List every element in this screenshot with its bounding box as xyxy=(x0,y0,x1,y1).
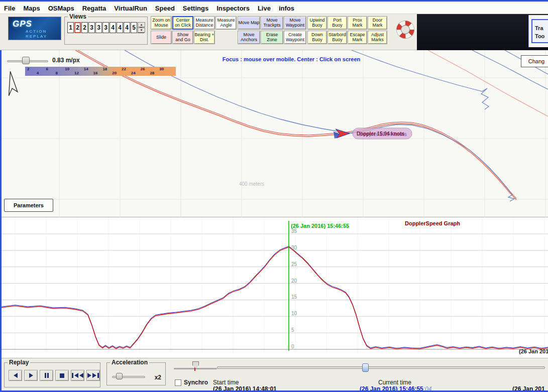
tool-erase-zone[interactable]: Erase Zone xyxy=(261,31,283,44)
acceleration-slider-thumb[interactable] xyxy=(116,373,123,379)
scale-value: 24 xyxy=(131,71,136,75)
tool-door-mark[interactable]: Door Mark xyxy=(368,16,387,30)
pause-button[interactable] xyxy=(40,370,53,381)
track-tools-button[interactable]: TraToo xyxy=(531,19,548,43)
logo-action-text: ACTION xyxy=(26,29,61,34)
tool-center-on-click[interactable]: Center on Click xyxy=(172,16,193,30)
start-time-label: Start time xyxy=(213,379,239,386)
tool-adjust-marks[interactable]: Adjust Marks xyxy=(368,31,387,44)
view-button-5[interactable]: 3 xyxy=(95,22,102,33)
jump-start-button[interactable] xyxy=(71,370,84,381)
cursor-time-label: (26 Jan 2016) 15:46:55 xyxy=(291,223,349,229)
tool-upwind-buoy[interactable]: Upwind Buoy xyxy=(307,16,327,30)
view-button-6[interactable]: 3 xyxy=(102,22,109,33)
scale-value: 6 xyxy=(46,67,48,71)
y-axis-tick-label: 20 xyxy=(291,278,297,284)
view-button-10[interactable]: 5 xyxy=(131,22,137,33)
scale-value: 8 xyxy=(55,71,57,75)
views-spinner-down-icon[interactable]: ▼ xyxy=(138,28,145,33)
tool-move-anchors[interactable]: Move Anchors xyxy=(238,31,260,44)
tool-show-and-go[interactable]: Show and Go xyxy=(172,31,193,44)
y-axis-tick-label: 5 xyxy=(291,327,294,333)
tool-starbord-buoy[interactable]: Starbord Buoy xyxy=(327,31,347,44)
speed-graph-svg: (26 Jan 2016) 15:46:5505101520253035Dopp… xyxy=(0,217,548,358)
tool-measure-distance[interactable]: Measure Distance xyxy=(194,16,215,30)
tool-slide[interactable]: Slide xyxy=(151,31,172,44)
logo-replay-text: REPLAY xyxy=(26,34,61,39)
tool-bearing-dist-[interactable]: Bearing + Dist. xyxy=(194,31,215,44)
menu-virtualrun[interactable]: VirtualRun xyxy=(114,5,147,12)
synchro-checkbox[interactable] xyxy=(175,379,181,386)
tool-move-map[interactable]: Move Map xyxy=(238,16,260,30)
y-axis-tick-label: 35 xyxy=(291,228,297,234)
menu-bar: FileMapsOSMapsRegattaVirtualRunSpeedSett… xyxy=(0,3,548,14)
map-zoom-slider-thumb[interactable] xyxy=(22,57,30,64)
acceleration-value: x2 xyxy=(155,374,161,381)
track-blue-main xyxy=(125,50,514,201)
views-buttons: 12233344455 xyxy=(67,22,145,33)
view-button-3[interactable]: 2 xyxy=(81,22,88,33)
tool-down-buoy[interactable]: Down Buoy xyxy=(307,31,327,44)
y-axis-tick-label: 10 xyxy=(291,311,297,316)
tool-escape-mark[interactable]: Escape Mark xyxy=(348,31,367,44)
view-button-1[interactable]: 1 xyxy=(67,22,74,33)
view-button-8[interactable]: 4 xyxy=(117,22,123,33)
current-time-label: Current time xyxy=(378,379,411,386)
change-button[interactable]: Chang xyxy=(521,55,548,67)
offset-slider-thumb[interactable] xyxy=(192,361,199,368)
scale-value: 14 xyxy=(84,67,88,71)
graph-title: DopplerSpeed Graph xyxy=(405,220,460,226)
app-logo: GPS ACTION REPLAY xyxy=(8,17,61,40)
y-axis-tick-label: 25 xyxy=(291,262,297,267)
scale-value: 22 xyxy=(122,67,126,71)
views-title: Views xyxy=(68,13,88,20)
scale-value: 10 xyxy=(65,67,69,71)
view-button-2[interactable]: 2 xyxy=(74,22,81,33)
speed-graph-panel[interactable]: (26 Jan 2016) 15:46:5505101520253035Dopp… xyxy=(0,217,548,358)
play-button[interactable] xyxy=(24,370,38,381)
menu-regatta[interactable]: Regatta xyxy=(82,5,106,12)
timeline-slider[interactable] xyxy=(217,366,545,369)
stop-icon xyxy=(60,373,64,378)
offset-slider[interactable] xyxy=(174,361,217,374)
view-button-9[interactable]: 4 xyxy=(124,22,130,33)
stop-button[interactable] xyxy=(55,370,69,381)
tool-measure-angle[interactable]: Measure Angle xyxy=(215,16,237,30)
tool-prox-mark[interactable]: Prox Mark xyxy=(348,16,367,30)
tool-move-trackpts[interactable]: Move Trackpts xyxy=(261,16,283,30)
menu-settings[interactable]: Settings xyxy=(183,5,208,12)
view-button-7[interactable]: 4 xyxy=(109,22,116,33)
menu-inspectors[interactable]: Inspectors xyxy=(216,5,250,12)
replay-group: Replay xyxy=(4,362,100,387)
window-border-left xyxy=(0,50,2,390)
acceleration-group: Acceleration x2 xyxy=(106,362,166,385)
jump-end-button[interactable] xyxy=(86,370,100,381)
tool-zoom-on-mouse[interactable]: Zoom on Mouse xyxy=(151,16,172,30)
step-back-button[interactable] xyxy=(9,370,22,381)
y-axis-tick-label: 15 xyxy=(291,294,297,300)
synchro-label: Synchro xyxy=(184,379,208,386)
view-button-4[interactable]: 3 xyxy=(88,22,95,33)
parameters-button[interactable]: Parameters xyxy=(4,199,53,212)
tool-move-waypoint[interactable]: Move Waypoint xyxy=(284,16,306,30)
map-panel[interactable]: 400 metersDoppler 15.94 knotsDoppler 15.… xyxy=(0,50,548,217)
scale-value: 30 xyxy=(159,67,164,71)
menu-file[interactable]: File xyxy=(4,5,15,12)
menu-infos[interactable]: infos xyxy=(279,5,294,12)
y-axis-tick-label: 30 xyxy=(291,245,297,250)
toolbar: GPS ACTION REPLAY Views 12233344455 ▲ ▼ … xyxy=(0,14,548,50)
menu-speed[interactable]: Speed xyxy=(155,5,175,12)
menu-live[interactable]: Live xyxy=(258,5,271,12)
views-panel: Views 12233344455 ▲ ▼ xyxy=(64,17,148,45)
tool-port-buoy[interactable]: Port Buoy xyxy=(327,16,347,30)
tool-create-waypoint[interactable]: Create Waypoint xyxy=(284,31,306,44)
map-zoom-label: 0.83 m/px xyxy=(52,57,80,64)
views-spinner-up-icon[interactable]: ▲ xyxy=(138,22,145,27)
menu-osmaps[interactable]: OSMaps xyxy=(48,5,74,12)
scale-value: 16 xyxy=(93,71,98,75)
timeline-slider-thumb[interactable] xyxy=(362,363,369,372)
scale-value: 20 xyxy=(112,71,117,75)
boat-label-text: Doppler 15.94 knots xyxy=(357,131,404,137)
replay-buttons xyxy=(9,370,100,381)
menu-maps[interactable]: Maps xyxy=(23,5,40,12)
